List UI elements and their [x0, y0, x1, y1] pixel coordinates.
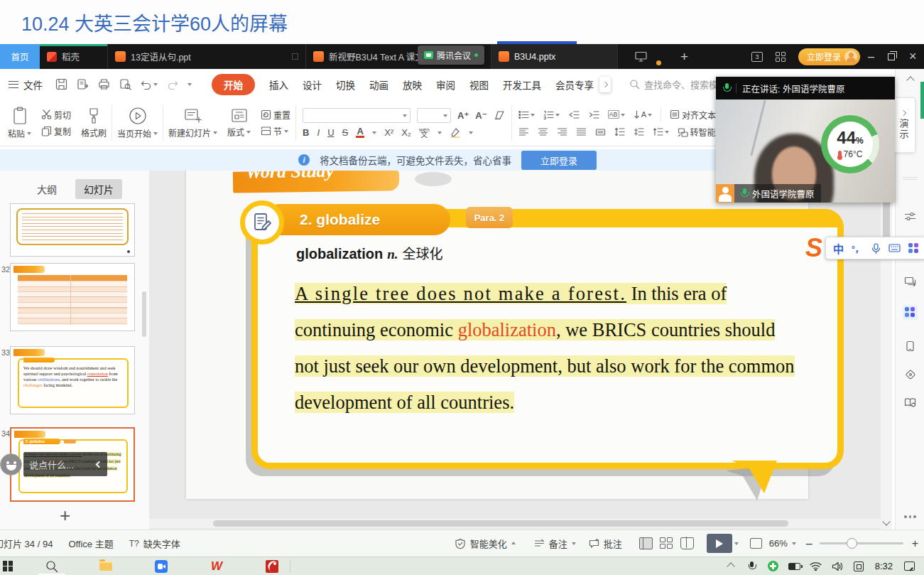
strikethrough-button[interactable]: S [342, 127, 349, 138]
wps-app[interactable]: W [206, 557, 227, 575]
slide-34[interactable]: Word Study 2. globalize Para. 2 [186, 171, 808, 499]
numbered-list-button[interactable] [543, 110, 560, 119]
play-slideshow-button[interactable] [707, 534, 732, 553]
present-mode-button[interactable] [635, 44, 647, 69]
increase-indent-icon[interactable] [588, 110, 599, 119]
file-menu[interactable]: 文件 [9, 77, 43, 92]
font-color-button[interactable]: A [356, 127, 364, 138]
vertical-scrollbar[interactable] [881, 171, 892, 530]
tab-insert[interactable]: 插入 [269, 77, 288, 92]
tencent-meeting-app[interactable] [151, 557, 172, 575]
apps-grid-button[interactable] [776, 44, 786, 69]
login-button[interactable]: 立即登录 [798, 44, 860, 69]
toolbox-button[interactable] [896, 369, 924, 380]
word-definition[interactable]: globalization n. 全球化 [296, 243, 443, 262]
slide-heading-tab[interactable]: 2. globalize [273, 204, 450, 235]
ribbon-expander[interactable] [599, 77, 611, 92]
paste-button[interactable]: 粘贴 [3, 102, 36, 144]
scroll-down-icon[interactable] [882, 517, 890, 525]
clock[interactable]: 8:32 [875, 561, 893, 571]
line-spacing-icon[interactable] [614, 127, 625, 136]
section-button[interactable]: 节 [261, 125, 290, 137]
spacing-options-button[interactable] [653, 127, 669, 136]
align-text-button[interactable]: 对齐文本 [670, 109, 722, 121]
para-spacing-icon[interactable] [634, 127, 644, 136]
font-name-select[interactable] [303, 108, 411, 123]
start-button[interactable] [0, 557, 21, 575]
more-tools-button[interactable] [896, 515, 924, 518]
tray-mic[interactable] [741, 557, 763, 575]
notes-button[interactable]: 备注 [534, 537, 576, 550]
emoji-button[interactable] [0, 453, 22, 475]
slide-thumbnail-31[interactable] [10, 203, 135, 257]
presenter-panel-tab[interactable]: 演示 [891, 97, 915, 153]
tab-start[interactable]: 开始 [212, 74, 255, 95]
h-scroll-thumb[interactable] [213, 520, 788, 527]
transition-button[interactable] [896, 276, 924, 286]
chevron-down-icon[interactable] [734, 542, 739, 547]
tab-document-1[interactable]: 13定语从句.ppt [108, 44, 306, 69]
sogou-logo[interactable]: S [805, 236, 822, 260]
save-icon[interactable] [55, 78, 67, 90]
slide-thumbnail-33[interactable]: We should draw wisdom and nourishment an… [10, 346, 135, 414]
fit-slide-button[interactable] [750, 538, 762, 549]
reading-view-button[interactable] [680, 537, 694, 549]
ime-mode-button[interactable]: 中 [833, 241, 844, 256]
tab-design[interactable]: 设计 [303, 77, 322, 92]
align-left-icon[interactable] [518, 127, 529, 136]
zoom-out-button[interactable]: – [806, 537, 812, 550]
tab-devtools[interactable]: 开发工具 [503, 77, 541, 92]
format-painter-button[interactable]: 格式刷 [76, 102, 112, 144]
tray-wifi[interactable] [805, 557, 827, 575]
command-search[interactable]: 查找命令、搜索模板 [629, 77, 727, 91]
object-properties-button[interactable] [896, 211, 924, 222]
word-study-banner[interactable]: Word Study [233, 171, 399, 193]
cnki-app[interactable] [261, 557, 283, 575]
sidebar-scrollbar-thumb[interactable] [142, 291, 146, 337]
bullet-list-button[interactable] [518, 110, 535, 119]
zoom-slider-thumb[interactable] [847, 538, 857, 549]
ime-toolbox-icon[interactable] [908, 243, 919, 254]
window-manager-button[interactable]: 3 [751, 44, 763, 69]
action-center-button[interactable] [898, 557, 920, 575]
customize-quickbar-icon[interactable] [187, 83, 192, 88]
export-icon[interactable] [77, 78, 89, 90]
collapse-ribbon-button[interactable] [896, 77, 924, 83]
file-explorer-button[interactable] [95, 557, 116, 575]
ime-keyboard-icon[interactable] [888, 244, 901, 252]
redo-icon[interactable] [167, 80, 178, 90]
tab-document-3-active[interactable]: B3U4.pptx [491, 44, 618, 69]
zoom-in-button[interactable]: + [912, 537, 918, 550]
restore-button[interactable] [888, 44, 895, 69]
meeting-video-window[interactable]: 正在讲话: 外国语学院曹原 44% 76°C 外国语学院曹原 [716, 77, 895, 203]
superscript-button[interactable]: X² [384, 127, 393, 138]
play-from-current-button[interactable]: 当页开始 [112, 102, 163, 144]
tray-expand-button[interactable] [720, 557, 741, 575]
tab-close-icon[interactable] [292, 53, 298, 60]
smart-beautify-button[interactable]: 智能美化 [455, 537, 516, 550]
print-icon[interactable] [98, 78, 110, 90]
copy-button[interactable]: 复制 [41, 125, 71, 137]
tray-360-safe[interactable] [763, 557, 784, 575]
comments-button[interactable]: 批注 [589, 537, 622, 550]
decrease-indent-icon[interactable] [568, 110, 580, 119]
paragraph-badge[interactable]: Para. 2 [466, 207, 513, 228]
new-slide-button[interactable]: 新建幻灯片 [163, 102, 222, 144]
tencent-meeting-pill[interactable]: 腾讯会议 [418, 45, 484, 65]
ime-punctuation-button[interactable]: °， [852, 242, 864, 254]
horizontal-scrollbar[interactable] [149, 519, 881, 528]
clear-format-icon[interactable] [494, 110, 505, 120]
tab-membership[interactable]: 会员专享 [555, 77, 594, 92]
increase-font-button[interactable]: A⁺ [457, 110, 469, 121]
align-right-icon[interactable] [557, 127, 567, 136]
align-center-icon[interactable] [538, 127, 548, 136]
tab-docer[interactable]: 稻壳 [40, 44, 108, 69]
print-preview-icon[interactable] [119, 78, 131, 90]
distribute-icon[interactable] [595, 127, 606, 137]
new-tab-button[interactable]: + [680, 44, 688, 69]
tab-outline[interactable]: 大纲 [28, 179, 65, 199]
notes-pencil-badge[interactable] [240, 200, 284, 244]
bold-button[interactable]: B [303, 127, 309, 138]
tab-home[interactable]: 首页 [0, 44, 40, 69]
reading-tools-button[interactable] [896, 397, 924, 408]
